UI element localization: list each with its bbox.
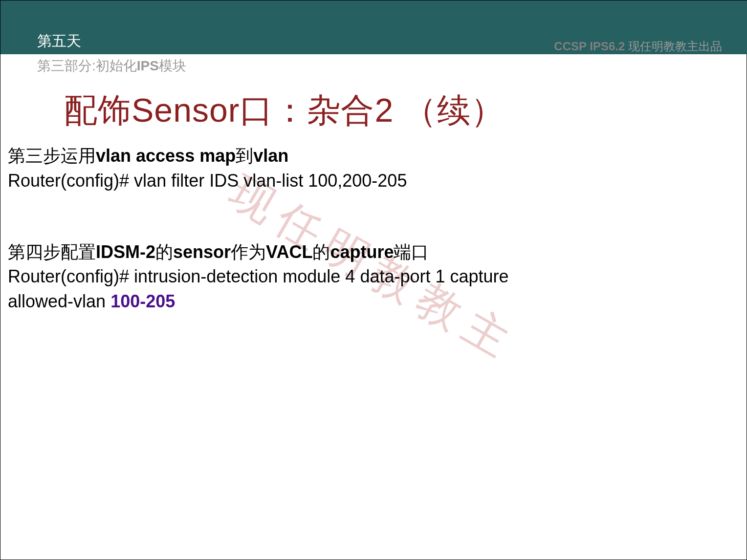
header-accent-block xyxy=(0,0,25,54)
step4-bold3: VACL xyxy=(266,242,312,262)
course-author-label: CCSP IPS6.2 现任明教教主出品 xyxy=(554,39,722,54)
step3-prefix: 第三步运用 xyxy=(8,146,96,166)
day-label: 第五天 xyxy=(37,31,81,51)
section-subtitle: 第三部分:初始化IPS模块 xyxy=(37,57,186,75)
step4-code-line1: Router(config)# intrusion-detection modu… xyxy=(8,265,722,288)
step4-bold4: capture xyxy=(330,242,394,262)
step4-bold2: sensor xyxy=(173,242,231,262)
step4-suffix: 端口 xyxy=(394,242,429,262)
step3-code: Router(config)# vlan filter IDS vlan-lis… xyxy=(8,170,722,193)
step4-mid2: 作为 xyxy=(231,242,266,262)
step3-bold1: vlan access map xyxy=(96,146,236,166)
author-name: 现任明教教主出品 xyxy=(628,40,722,53)
slide-title: 配饰Sensor口：杂合2 （续） xyxy=(64,88,505,133)
step3-bold2: vlan xyxy=(253,146,288,166)
step4-prefix: 第四步配置 xyxy=(8,242,96,262)
step4-bold1: IDSM-2 xyxy=(96,242,155,262)
subtitle-prefix: 第三部分:初始化 xyxy=(37,58,137,73)
step4-heading: 第四步配置IDSM-2的sensor作为VACL的capture端口 xyxy=(8,241,722,264)
subtitle-bold: IPS xyxy=(137,58,159,73)
step4-code2-highlight: 100-205 xyxy=(110,291,175,311)
step3-mid: 到 xyxy=(236,146,253,166)
subtitle-suffix: 模块 xyxy=(159,58,186,73)
step4-code2-prefix: allowed-vlan xyxy=(8,291,110,311)
step4-mid1: 的 xyxy=(155,242,173,262)
step3-heading: 第三步运用vlan access map到vlan xyxy=(8,145,722,168)
spacer xyxy=(8,194,722,241)
step4-mid3: 的 xyxy=(312,242,330,262)
step4-code-line2: allowed-vlan 100-205 xyxy=(8,290,722,313)
course-code: CCSP IPS6.2 xyxy=(554,40,625,53)
slide-container: 第五天 CCSP IPS6.2 现任明教教主出品 第三部分:初始化IPS模块 现… xyxy=(0,0,747,560)
content-body: 第三步运用vlan access map到vlan Router(config)… xyxy=(8,145,722,315)
